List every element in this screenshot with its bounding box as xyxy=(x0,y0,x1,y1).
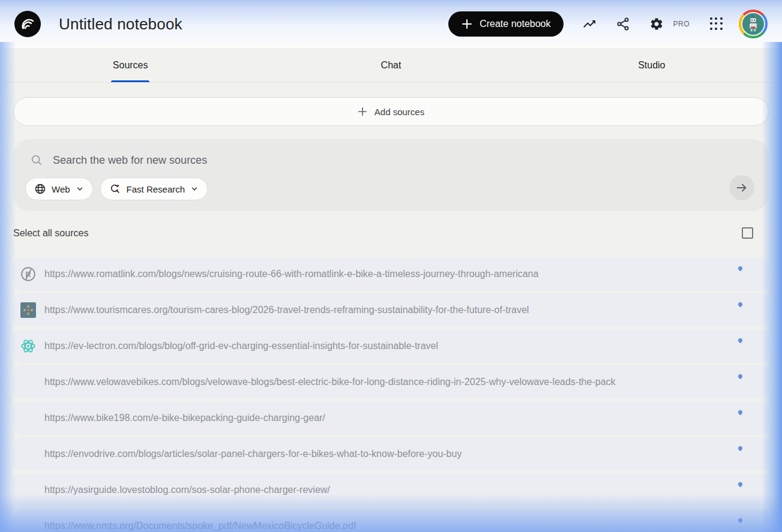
source-row[interactable]: R https://www.romatlink.com/blogs/news/c… xyxy=(13,257,769,291)
source-loading-tick xyxy=(738,410,744,416)
search-filters: Web Fast Research xyxy=(25,178,757,200)
user-avatar[interactable] xyxy=(739,10,768,38)
source-row[interactable]: https://www.bike198.com/e-bike-bikepacki… xyxy=(13,401,769,435)
web-scope-dropdown[interactable]: Web xyxy=(25,178,93,200)
plus-icon xyxy=(358,107,367,116)
sources-panel: Add sources xyxy=(13,83,769,532)
tourismcares-favicon xyxy=(20,302,36,318)
pro-badge: PRO xyxy=(673,20,690,28)
select-all-row: Select all sources xyxy=(13,227,769,239)
tab-chat-label: Chat xyxy=(381,60,402,71)
source-loading-tick xyxy=(738,446,744,452)
source-row[interactable]: https://ev-lectron.com/blogs/blog/off-gr… xyxy=(13,329,769,363)
create-notebook-label: Create notebook xyxy=(480,19,550,29)
search-input[interactable] xyxy=(53,154,752,167)
source-url: https://yasirguide.lovestoblog.com/sos-s… xyxy=(44,485,330,495)
source-favicon xyxy=(20,518,36,532)
submit-search-button[interactable] xyxy=(729,175,754,200)
select-all-label: Select all sources xyxy=(13,228,88,239)
source-row[interactable]: https://www.tourismcares.org/tourism-car… xyxy=(13,293,769,327)
source-url: https://www.velowavebikes.com/blogs/velo… xyxy=(44,377,616,387)
tab-bar: Sources Chat Studio xyxy=(0,48,782,83)
header: Untitled notebook Create notebook PR xyxy=(0,0,782,48)
google-apps-grid-icon[interactable] xyxy=(710,17,723,31)
add-sources-button[interactable]: Add sources xyxy=(13,97,769,126)
active-tab-indicator xyxy=(111,80,149,82)
share-icon[interactable] xyxy=(615,16,631,32)
header-actions: Create notebook PRO xyxy=(448,10,768,38)
search-icon xyxy=(30,154,43,167)
source-url: https://envodrive.com/blogs/articles/sol… xyxy=(44,449,462,459)
source-loading-tick xyxy=(738,374,744,380)
ev-lectron-favicon xyxy=(20,338,36,354)
source-favicon xyxy=(20,410,36,426)
source-url: https://ev-lectron.com/blogs/blog/off-gr… xyxy=(44,341,438,351)
analytics-trending-icon[interactable] xyxy=(582,16,597,32)
source-url: https://www.romatlink.com/blogs/news/cru… xyxy=(44,269,538,279)
tab-sources-label: Sources xyxy=(113,60,148,71)
tab-studio[interactable]: Studio xyxy=(522,48,782,82)
source-row[interactable]: https://envodrive.com/blogs/articles/sol… xyxy=(13,437,769,471)
tab-sources[interactable]: Sources xyxy=(0,48,260,82)
select-all-checkbox[interactable] xyxy=(742,227,753,239)
add-sources-label: Add sources xyxy=(374,107,424,117)
notebooklm-logo-icon[interactable] xyxy=(14,11,41,37)
source-list: R https://www.romatlink.com/blogs/news/c… xyxy=(13,257,769,532)
chevron-down-icon xyxy=(190,185,199,193)
notebook-title[interactable]: Untitled notebook xyxy=(59,15,182,34)
research-mode-label: Fast Research xyxy=(127,184,185,194)
source-url: https://www.bike198.com/e-bike-bikepacki… xyxy=(44,413,325,423)
source-loading-tick xyxy=(738,302,744,308)
source-favicon xyxy=(20,374,36,390)
avatar-robot-image xyxy=(741,12,765,36)
settings-gear-icon[interactable] xyxy=(649,16,664,32)
chevron-down-icon xyxy=(76,185,84,193)
tab-studio-label: Studio xyxy=(638,60,665,71)
source-loading-tick xyxy=(738,266,744,272)
source-loading-tick xyxy=(738,518,744,524)
notebooklm-window: Untitled notebook Create notebook PR xyxy=(0,0,782,532)
create-notebook-button[interactable]: Create notebook xyxy=(448,11,564,37)
fast-research-sparkle-icon xyxy=(109,183,121,195)
source-loading-tick xyxy=(738,482,744,488)
source-row[interactable]: https://yasirguide.lovestoblog.com/sos-s… xyxy=(13,473,769,507)
research-mode-dropdown[interactable]: Fast Research xyxy=(100,178,208,200)
source-favicon xyxy=(20,482,36,498)
source-url: https://www.tourismcares.org/tourism-car… xyxy=(44,305,529,315)
source-loading-tick xyxy=(738,338,744,344)
source-row[interactable]: https://www.nmts.org/Documents/spoke_pdf… xyxy=(13,509,769,532)
arrow-right-icon xyxy=(735,181,748,194)
romatlink-favicon: R xyxy=(20,266,36,282)
plus-icon xyxy=(462,19,472,29)
web-search-box: Web Fast Research xyxy=(13,139,769,211)
web-scope-label: Web xyxy=(52,184,70,194)
source-row[interactable]: https://www.velowavebikes.com/blogs/velo… xyxy=(13,365,769,399)
source-url: https://www.nmts.org/Documents/spoke_pdf… xyxy=(44,521,356,531)
tab-chat[interactable]: Chat xyxy=(260,48,521,82)
globe-icon xyxy=(34,183,46,195)
source-favicon xyxy=(20,446,36,462)
